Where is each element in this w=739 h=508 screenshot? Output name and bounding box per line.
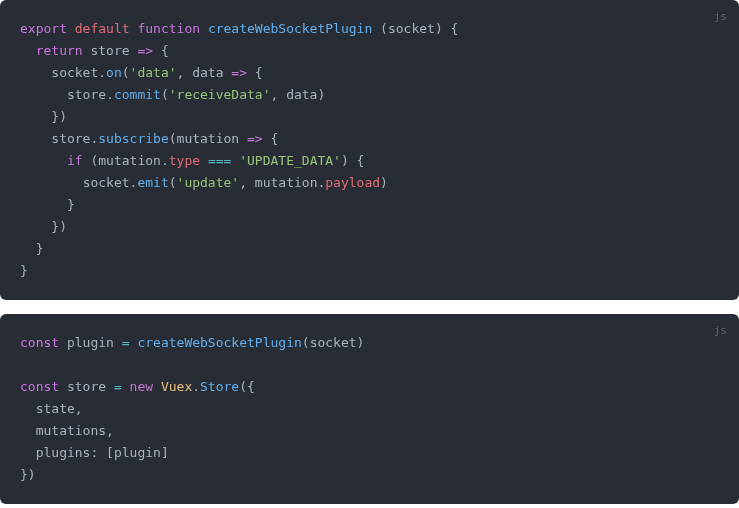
code-token: = — [122, 335, 130, 350]
code-token: socket — [51, 65, 98, 80]
code-token: ( — [161, 87, 169, 102]
code-token — [20, 197, 67, 212]
code-token — [443, 21, 451, 36]
code-token — [239, 131, 247, 146]
code-token — [20, 401, 36, 416]
code-content: export default function createWebSocketP… — [20, 18, 719, 282]
code-token: ) — [28, 467, 36, 482]
code-token: store — [51, 131, 90, 146]
code-token: ) — [435, 21, 443, 36]
code-token: { — [271, 131, 279, 146]
code-token: new — [130, 379, 153, 394]
code-token: mutation — [255, 175, 318, 190]
code-token — [349, 153, 357, 168]
code-token: ) — [59, 109, 67, 124]
code-block-0: jsexport default function createWebSocke… — [0, 0, 739, 300]
code-token: store — [90, 43, 129, 58]
code-token: ) — [341, 153, 349, 168]
code-token — [278, 87, 286, 102]
code-token: store — [67, 87, 106, 102]
code-token: ( — [122, 65, 130, 80]
code-token: createWebSocketPlugin — [208, 21, 372, 36]
code-token: 'update' — [177, 175, 240, 190]
code-token — [372, 21, 380, 36]
code-token: ( — [169, 131, 177, 146]
code-token: ( — [239, 379, 247, 394]
code-token: === — [208, 153, 231, 168]
code-token: ) — [317, 87, 325, 102]
code-token: return — [36, 43, 83, 58]
code-token — [200, 21, 208, 36]
code-token: plugin — [67, 335, 114, 350]
code-token — [247, 175, 255, 190]
code-token — [200, 153, 208, 168]
code-token: socket — [388, 21, 435, 36]
code-token: type — [169, 153, 200, 168]
code-token: , — [239, 175, 247, 190]
code-token: socket — [83, 175, 130, 190]
code-token: => — [247, 131, 263, 146]
code-token — [247, 65, 255, 80]
code-token: ) — [380, 175, 388, 190]
code-token: { — [255, 65, 263, 80]
code-token — [153, 43, 161, 58]
code-token: ( — [169, 175, 177, 190]
code-token: , — [75, 401, 83, 416]
code-token — [20, 219, 51, 234]
code-token: function — [137, 21, 200, 36]
code-token: } — [20, 263, 28, 278]
code-token: const — [20, 379, 59, 394]
language-label: js — [714, 6, 727, 28]
code-token — [153, 379, 161, 394]
code-token: export — [20, 21, 67, 36]
code-token: { — [161, 43, 169, 58]
code-token — [20, 241, 36, 256]
code-token: Store — [200, 379, 239, 394]
code-token: ) — [357, 335, 365, 350]
code-token: . — [192, 379, 200, 394]
code-token: createWebSocketPlugin — [137, 335, 301, 350]
code-token: } — [51, 109, 59, 124]
code-token: { — [357, 153, 365, 168]
code-token: mutations — [36, 423, 106, 438]
code-token: } — [20, 467, 28, 482]
code-token — [20, 175, 83, 190]
code-token: => — [231, 65, 247, 80]
language-label: js — [714, 320, 727, 342]
code-blocks-container: jsexport default function createWebSocke… — [0, 0, 739, 504]
code-token: . — [106, 87, 114, 102]
code-token: const — [20, 335, 59, 350]
code-token — [106, 379, 114, 394]
code-token — [67, 21, 75, 36]
code-token: . — [161, 153, 169, 168]
code-token — [231, 153, 239, 168]
code-token: { — [247, 379, 255, 394]
code-token: ) — [59, 219, 67, 234]
code-token: on — [106, 65, 122, 80]
code-token: socket — [310, 335, 357, 350]
code-token: plugins — [36, 445, 91, 460]
code-token: = — [114, 379, 122, 394]
code-token — [20, 43, 36, 58]
code-token: , — [106, 423, 114, 438]
code-token: . — [98, 65, 106, 80]
code-token: Vuex — [161, 379, 192, 394]
code-token: data — [192, 65, 223, 80]
code-token: data — [286, 87, 317, 102]
code-token: subscribe — [98, 131, 168, 146]
code-token — [20, 109, 51, 124]
code-token: mutation — [98, 153, 161, 168]
code-token — [20, 65, 51, 80]
code-content: const plugin = createWebSocketPlugin(soc… — [20, 332, 719, 486]
code-token — [20, 131, 51, 146]
code-token: ( — [380, 21, 388, 36]
code-token — [20, 423, 36, 438]
code-token: 'data' — [130, 65, 177, 80]
code-token — [20, 445, 36, 460]
code-token — [98, 445, 106, 460]
code-token — [122, 379, 130, 394]
code-token: ] — [161, 445, 169, 460]
code-token: } — [51, 219, 59, 234]
code-token: ( — [302, 335, 310, 350]
code-token: => — [137, 43, 153, 58]
